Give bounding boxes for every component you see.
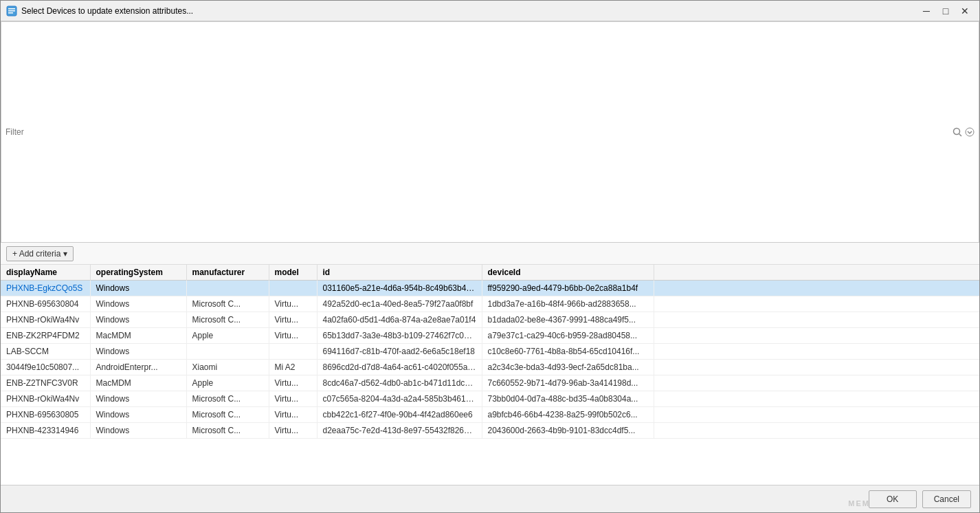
cell-deviceId: 2043600d-2663-4b9b-9101-83dcc4df5... <box>482 423 654 439</box>
cell-id: 031160e5-a21e-4d6a-954b-8c49b63b4337 <box>317 281 482 296</box>
cell-displayName: PHXNB-rOkiWa4Nv <box>1 391 90 407</box>
cell-manufacturer: Microsoft C... <box>186 296 269 312</box>
cell-displayName: PHXNB-EgkzCQo5S <box>1 281 90 296</box>
device-table-container[interactable]: displayName operatingSystem manufacturer… <box>1 265 979 485</box>
cell-id: 4a02fa60-d5d1-4d6a-874a-a2e8ae7a01f4 <box>317 312 482 328</box>
cell-manufacturer <box>186 344 269 360</box>
col-header-displayname[interactable]: displayName <box>1 265 90 281</box>
cell-operatingSystem: Windows <box>90 344 186 360</box>
cell-id: c07c565a-8204-4a3d-a2a4-585b3b461191 <box>317 391 482 407</box>
table-body: PHXNB-EgkzCQo5SWindows031160e5-a21e-4d6a… <box>1 281 979 439</box>
filter-expand-icon <box>965 127 975 137</box>
cell-deviceId: 1dbd3a7e-a16b-48f4-966b-ad2883658... <box>482 296 654 312</box>
cell-extra <box>654 360 979 375</box>
title-bar-left: Select Devices to update extension attri… <box>6 6 193 17</box>
col-header-manufacturer[interactable]: manufacturer <box>186 265 269 281</box>
cell-model <box>269 281 317 296</box>
add-criteria-label: + Add criteria <box>12 249 60 259</box>
logo-watermark: MEM <box>848 499 870 507</box>
cell-id: 8696cd2d-d7d8-4a64-ac61-c4020f055a28 <box>317 360 482 375</box>
svg-line-5 <box>959 134 962 137</box>
cell-operatingSystem: Windows <box>90 391 186 407</box>
close-button[interactable]: ✕ <box>956 4 974 18</box>
cell-operatingSystem: Windows <box>90 423 186 439</box>
table-row[interactable]: PHXNB-695630804WindowsMicrosoft C...Virt… <box>1 296 979 312</box>
cell-displayName: PHXNB-423314946 <box>1 423 90 439</box>
cell-deviceId: a9bfcb46-66b4-4238-8a25-99f0b502c6... <box>482 407 654 423</box>
cell-id: 65b13dd7-3a3e-48b3-b109-27462f7c0076 <box>317 328 482 344</box>
table-row[interactable]: 3044f9e10c50807...AndroidEnterpr...Xiaom… <box>1 360 979 375</box>
window-title: Select Devices to update extension attri… <box>21 6 193 16</box>
svg-point-6 <box>966 128 974 136</box>
table-row[interactable]: PHXNB-695630805WindowsMicrosoft C...Virt… <box>1 407 979 423</box>
table-row[interactable]: LAB-SCCMWindows694116d7-c81b-470f-aad2-6… <box>1 344 979 360</box>
add-criteria-button[interactable]: + Add criteria ▾ <box>6 246 74 261</box>
table-row[interactable]: ENB-Z2TNFC3V0RMacMDMAppleVirtu...8cdc46a… <box>1 375 979 391</box>
table-row[interactable]: PHXNB-EgkzCQo5SWindows031160e5-a21e-4d6a… <box>1 281 979 296</box>
cell-displayName: ENB-Z2TNFC3V0R <box>1 375 90 391</box>
ok-button[interactable]: OK <box>869 490 917 508</box>
cell-model: Virtu... <box>269 375 317 391</box>
cell-manufacturer: Microsoft C... <box>186 423 269 439</box>
cell-extra <box>654 407 979 423</box>
cell-model: Virtu... <box>269 328 317 344</box>
title-bar: Select Devices to update extension attri… <box>1 1 979 21</box>
cell-id: cbb422c1-6f27-4f0e-90b4-4f42ad860ee6 <box>317 407 482 423</box>
cell-manufacturer: Xiaomi <box>186 360 269 375</box>
svg-rect-3 <box>8 12 13 14</box>
col-header-model[interactable]: model <box>269 265 317 281</box>
col-header-id[interactable]: id <box>317 265 482 281</box>
cell-model: Virtu... <box>269 423 317 439</box>
criteria-row: + Add criteria ▾ <box>1 243 979 265</box>
col-header-extra <box>654 265 979 281</box>
cell-displayName: ENB-ZK2RP4FDM2 <box>1 328 90 344</box>
table-row[interactable]: ENB-ZK2RP4FDM2MacMDMAppleVirtu...65b13dd… <box>1 328 979 344</box>
cancel-button[interactable]: Cancel <box>922 490 971 508</box>
cell-deviceId: a2c34c3e-bda3-4d93-9ecf-2a65dc81ba... <box>482 360 654 375</box>
device-table: displayName operatingSystem manufacturer… <box>1 265 979 439</box>
search-input[interactable] <box>5 127 950 137</box>
footer: MEM OK Cancel <box>1 485 979 512</box>
cell-displayName: PHXNB-695630805 <box>1 407 90 423</box>
col-header-deviceid[interactable]: deviceId <box>482 265 654 281</box>
table-row[interactable]: PHXNB-rOkiWa4NvWindowsMicrosoft C...Virt… <box>1 391 979 407</box>
cell-deviceId: 7c660552-9b71-4d79-96ab-3a414198d... <box>482 375 654 391</box>
table-header-row: displayName operatingSystem manufacturer… <box>1 265 979 281</box>
cell-operatingSystem: Windows <box>90 407 186 423</box>
dropdown-arrow: ▾ <box>63 249 67 259</box>
cell-id: 694116d7-c81b-470f-aad2-6e6a5c18ef18 <box>317 344 482 360</box>
cell-deviceId: ff959290-a9ed-4479-b6bb-0e2ca88a1b4f <box>482 281 654 296</box>
cell-model: Virtu... <box>269 312 317 328</box>
cell-manufacturer: Microsoft C... <box>186 391 269 407</box>
cell-operatingSystem: MacMDM <box>90 328 186 344</box>
col-header-os[interactable]: operatingSystem <box>90 265 186 281</box>
cell-operatingSystem: Windows <box>90 296 186 312</box>
window-controls: ─ □ ✕ <box>917 4 974 18</box>
cell-model <box>269 344 317 360</box>
minimize-button[interactable]: ─ <box>917 4 935 18</box>
main-window: Select Devices to update extension attri… <box>0 0 980 513</box>
cell-operatingSystem: AndroidEnterpr... <box>90 360 186 375</box>
cell-deviceId: c10c8e60-7761-4b8a-8b54-65cd10416f... <box>482 344 654 360</box>
cell-id: d2eaa75c-7e2d-413d-8e97-55432f826d9d <box>317 423 482 439</box>
cell-manufacturer: Microsoft C... <box>186 312 269 328</box>
cell-extra <box>654 391 979 407</box>
cell-id: 8cdc46a7-d562-4db0-ab1c-b471d11dcc90 <box>317 375 482 391</box>
cell-displayName: LAB-SCCM <box>1 344 90 360</box>
cell-extra <box>654 312 979 328</box>
cell-operatingSystem: Windows <box>90 312 186 328</box>
cell-extra <box>654 296 979 312</box>
table-row[interactable]: PHXNB-423314946WindowsMicrosoft C...Virt… <box>1 423 979 439</box>
cell-extra <box>654 423 979 439</box>
search-icon <box>953 127 962 137</box>
svg-rect-1 <box>8 8 15 10</box>
cell-manufacturer: Apple <box>186 328 269 344</box>
cell-deviceId: b1dada02-be8e-4367-9991-488ca49f5... <box>482 312 654 328</box>
cell-model: Mi A2 <box>269 360 317 375</box>
cell-deviceId: a79e37c1-ca29-40c6-b959-28ad80458... <box>482 328 654 344</box>
table-row[interactable]: PHXNB-rOkiWa4NvWindowsMicrosoft C...Virt… <box>1 312 979 328</box>
restore-button[interactable]: □ <box>937 4 955 18</box>
search-bar <box>1 21 979 243</box>
cell-manufacturer: Microsoft C... <box>186 407 269 423</box>
svg-rect-2 <box>8 10 15 12</box>
